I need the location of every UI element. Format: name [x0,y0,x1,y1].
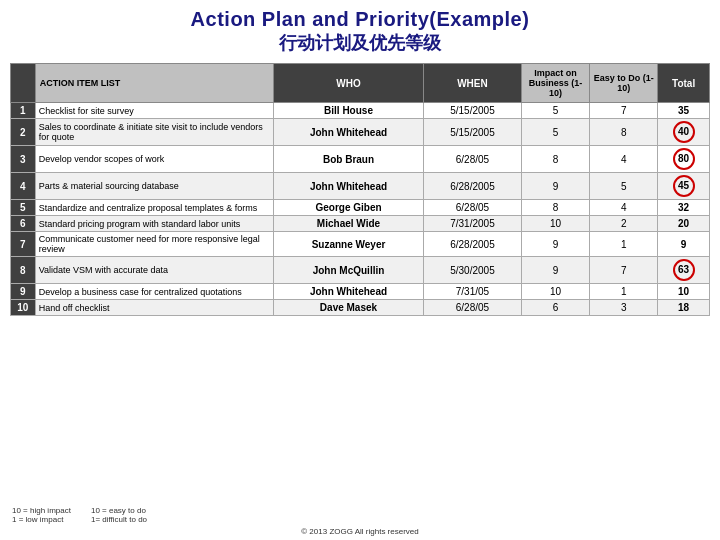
table-row: 2Sales to coordinate & initiate site vis… [11,119,710,146]
row-who: John Whitehead [274,173,424,200]
row-num: 10 [11,300,36,316]
row-easy: 7 [590,257,658,284]
col-header-num [11,64,36,103]
row-total: 35 [658,103,710,119]
row-action: Standard pricing program with standard l… [35,216,273,232]
row-impact: 6 [522,300,590,316]
title-block: Action Plan and Priority(Example) 行动计划及优… [191,8,530,55]
row-when: 6/28/2005 [423,173,521,200]
row-who: George Giben [274,200,424,216]
row-action: Standardize and centralize proposal temp… [35,200,273,216]
row-num: 1 [11,103,36,119]
row-who: John McQuillin [274,257,424,284]
table-row: 1Checklist for site surveyBill House5/15… [11,103,710,119]
row-easy: 2 [590,216,658,232]
title-chinese: 行动计划及优先等级 [191,31,530,55]
row-action: Validate VSM with accurate data [35,257,273,284]
row-impact: 5 [522,103,590,119]
row-num: 5 [11,200,36,216]
row-total: 45 [658,173,710,200]
table-row: 6Standard pricing program with standard … [11,216,710,232]
col-header-total: Total [658,64,710,103]
col-header-when: WHEN [423,64,521,103]
row-total: 10 [658,284,710,300]
row-easy: 1 [590,232,658,257]
row-num: 3 [11,146,36,173]
row-total: 20 [658,216,710,232]
circled-total: 80 [673,148,695,170]
row-action: Communicate customer need for more respo… [35,232,273,257]
table-row: 3Develop vendor scopes of workBob Braun6… [11,146,710,173]
footer-easy-note: 10 = easy to do 1= difficult to do [91,506,147,524]
row-who: Bob Braun [274,146,424,173]
footer-impact-note: 10 = high impact 1 = low impact [12,506,71,524]
row-impact: 9 [522,257,590,284]
row-num: 9 [11,284,36,300]
table-wrapper: ACTION ITEM LIST WHO WHEN Impact on Busi… [10,63,710,502]
table-row: 8Validate VSM with accurate dataJohn McQ… [11,257,710,284]
row-num: 4 [11,173,36,200]
row-easy: 4 [590,146,658,173]
row-action: Checklist for site survey [35,103,273,119]
row-impact: 8 [522,200,590,216]
row-impact: 9 [522,232,590,257]
col-header-action: ACTION ITEM LIST [35,64,273,103]
row-who: Bill House [274,103,424,119]
row-num: 2 [11,119,36,146]
row-easy: 5 [590,173,658,200]
footer-notes: 10 = high impact 1 = low impact 10 = eas… [10,506,710,524]
table-row: 4Parts & material sourcing databaseJohn … [11,173,710,200]
copyright: © 2013 ZOGG All rights reserved [301,527,419,536]
row-easy: 4 [590,200,658,216]
row-action: Hand off checklist [35,300,273,316]
row-easy: 8 [590,119,658,146]
row-total: 18 [658,300,710,316]
row-action: Parts & material sourcing database [35,173,273,200]
circled-total: 40 [673,121,695,143]
row-when: 5/15/2005 [423,119,521,146]
row-total: 40 [658,119,710,146]
row-who: John Whitehead [274,119,424,146]
row-num: 8 [11,257,36,284]
table-row: 9Develop a business case for centralized… [11,284,710,300]
row-easy: 3 [590,300,658,316]
table-row: 5Standardize and centralize proposal tem… [11,200,710,216]
row-when: 6/28/05 [423,200,521,216]
footer-left: 10 = high impact 1 = low impact 10 = eas… [12,506,147,524]
row-easy: 7 [590,103,658,119]
action-plan-table: ACTION ITEM LIST WHO WHEN Impact on Busi… [10,63,710,316]
row-num: 7 [11,232,36,257]
col-header-impact: Impact on Business (1-10) [522,64,590,103]
row-when: 6/28/05 [423,300,521,316]
row-num: 6 [11,216,36,232]
title-english: Action Plan and Priority(Example) [191,8,530,31]
row-total: 63 [658,257,710,284]
row-total: 80 [658,146,710,173]
row-who: Dave Masek [274,300,424,316]
row-who: Suzanne Weyer [274,232,424,257]
row-when: 7/31/2005 [423,216,521,232]
row-when: 5/15/2005 [423,103,521,119]
col-header-easy: Easy to Do (1-10) [590,64,658,103]
row-who: John Whitehead [274,284,424,300]
row-action: Sales to coordinate & initiate site visi… [35,119,273,146]
row-impact: 5 [522,119,590,146]
row-when: 6/28/05 [423,146,521,173]
row-impact: 9 [522,173,590,200]
row-impact: 10 [522,216,590,232]
table-row: 7Communicate customer need for more resp… [11,232,710,257]
row-easy: 1 [590,284,658,300]
col-header-who: WHO [274,64,424,103]
circled-total: 45 [673,175,695,197]
row-action: Develop a business case for centralized … [35,284,273,300]
row-impact: 10 [522,284,590,300]
circled-total: 63 [673,259,695,281]
row-when: 6/28/2005 [423,232,521,257]
row-who: Michael Wide [274,216,424,232]
row-action: Develop vendor scopes of work [35,146,273,173]
row-impact: 8 [522,146,590,173]
row-total: 9 [658,232,710,257]
row-total: 32 [658,200,710,216]
row-when: 7/31/05 [423,284,521,300]
row-when: 5/30/2005 [423,257,521,284]
